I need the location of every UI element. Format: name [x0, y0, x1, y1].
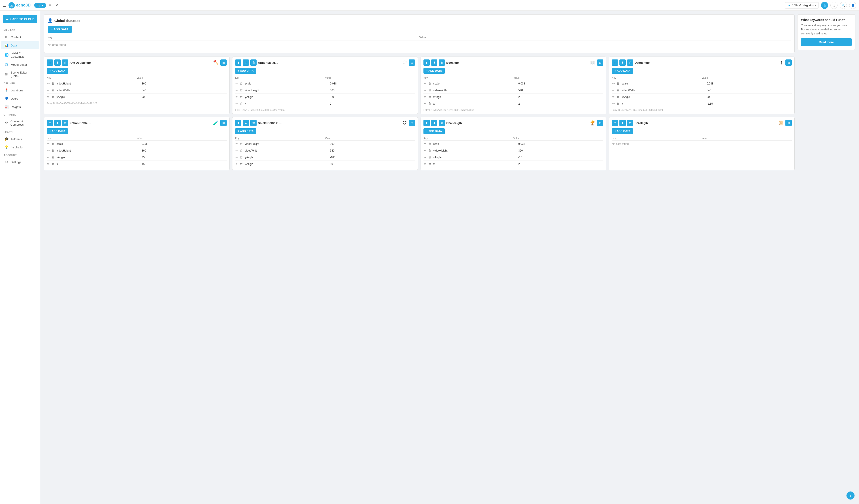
card-add-data-button[interactable]: + ADD DATA — [423, 128, 445, 134]
sidebar-item-sceneeditor[interactable]: ⊞ Scene Editor (Beta) — [1, 69, 39, 80]
row-delete-button[interactable]: 🗑 — [428, 88, 432, 92]
row-edit-button[interactable]: ✏ — [423, 81, 427, 85]
row-delete-button[interactable]: 🗑 — [51, 162, 55, 166]
sidebar-item-webar[interactable]: 🌐 WebAR Customizer — [1, 50, 39, 60]
sidebar-item-modeleditor[interactable]: 🧊 Model Editor — [1, 61, 39, 68]
search-icon-button[interactable]: 🔍 — [840, 2, 847, 9]
row-delete-button[interactable]: 🗑 — [239, 95, 243, 99]
card-upload-button[interactable]: ⬆ — [235, 60, 241, 66]
read-more-button[interactable]: Read more — [801, 38, 852, 46]
row-delete-button[interactable]: 🗑 — [239, 88, 243, 92]
card-delete-button[interactable]: 🗑 — [439, 60, 445, 66]
row-edit-button[interactable]: ✏ — [612, 101, 615, 106]
row-delete-button[interactable]: 🗑 — [239, 101, 243, 106]
row-edit-button[interactable]: ✏ — [47, 142, 50, 146]
close-icon-btn[interactable]: ✕ — [54, 2, 59, 8]
sidebar-item-convert[interactable]: ⚙ Convert & Compress — [1, 117, 39, 128]
card-download-button[interactable]: ⬇ — [243, 60, 249, 66]
sidebar-item-data[interactable]: 📊 Data — [1, 41, 39, 49]
row-edit-button[interactable]: ✏ — [47, 95, 50, 99]
card-delete-button[interactable]: 🗑 — [627, 60, 633, 66]
row-edit-button[interactable]: ✏ — [235, 148, 239, 153]
card-list-button[interactable]: ⊞ — [785, 120, 792, 126]
card-download-button[interactable]: ⬇ — [243, 120, 249, 126]
row-delete-button[interactable]: 🗑 — [616, 88, 620, 92]
sidebar-item-tutorials[interactable]: 🎓 Tutorials — [1, 135, 39, 143]
row-delete-button[interactable]: 🗑 — [239, 142, 243, 146]
card-delete-button[interactable]: 🗑 — [627, 120, 633, 126]
row-edit-button[interactable]: ✏ — [423, 162, 427, 166]
info-icon-button[interactable]: ℹ — [830, 2, 838, 9]
row-edit-button[interactable]: ✏ — [47, 162, 50, 166]
user-icon-button[interactable]: 👤 — [849, 2, 856, 9]
row-edit-button[interactable]: ✏ — [612, 88, 615, 92]
card-list-button[interactable]: ⊞ — [409, 60, 415, 66]
card-download-button[interactable]: ⬇ — [54, 60, 61, 66]
row-delete-button[interactable]: 🗑 — [428, 155, 432, 159]
sidebar-item-settings[interactable]: ⚙ Settings — [1, 158, 39, 166]
global-add-data-button[interactable]: + ADD DATA — [48, 26, 72, 33]
row-edit-button[interactable]: ✏ — [612, 81, 615, 85]
sidebar-item-content[interactable]: ✏ Content — [1, 33, 39, 41]
card-delete-button[interactable]: 🗑 — [250, 120, 257, 126]
row-edit-button[interactable]: ✏ — [612, 95, 615, 99]
row-delete-button[interactable]: 🗑 — [428, 162, 432, 166]
row-edit-button[interactable]: ✏ — [47, 148, 50, 153]
card-delete-button[interactable]: 🗑 — [439, 120, 445, 126]
sidebar-item-locations[interactable]: 📍 Locations — [1, 86, 39, 94]
sdk-integrations-button[interactable]: ☁ SDKs & Integrations — [785, 2, 819, 9]
card-upload-button[interactable]: ⬆ — [47, 120, 53, 126]
row-edit-button[interactable]: ✏ — [47, 155, 50, 159]
card-upload-button[interactable]: ⬆ — [47, 60, 53, 66]
card-download-button[interactable]: ⬇ — [619, 60, 626, 66]
row-edit-button[interactable]: ✏ — [423, 148, 427, 153]
card-upload-button[interactable]: ⬆ — [612, 60, 618, 66]
card-delete-button[interactable]: 🗑 — [62, 120, 68, 126]
row-edit-button[interactable]: ✏ — [423, 88, 427, 92]
card-download-button[interactable]: ⬇ — [431, 60, 437, 66]
row-delete-button[interactable]: 🗑 — [51, 95, 55, 99]
card-list-button[interactable]: ⊞ — [597, 120, 603, 126]
card-list-button[interactable]: ⊞ — [597, 60, 603, 66]
row-delete-button[interactable]: 🗑 — [51, 142, 55, 146]
card-upload-button[interactable]: ⬆ — [612, 120, 618, 126]
row-edit-button[interactable]: ✏ — [423, 101, 427, 106]
row-edit-button[interactable]: ✏ — [235, 142, 239, 146]
row-edit-button[interactable]: ✏ — [235, 95, 239, 99]
row-delete-button[interactable]: 🗑 — [616, 101, 620, 106]
row-edit-button[interactable]: ✏ — [47, 88, 50, 92]
card-add-data-button[interactable]: + ADD DATA — [47, 128, 68, 134]
card-download-button[interactable]: ⬇ — [431, 120, 437, 126]
card-add-data-button[interactable]: + ADD DATA — [423, 68, 445, 74]
card-list-button[interactable]: ⊞ — [785, 60, 792, 66]
card-add-data-button[interactable]: + ADD DATA — [47, 68, 68, 74]
row-edit-button[interactable]: ✏ — [423, 95, 427, 99]
card-download-button[interactable]: ⬇ — [619, 120, 626, 126]
row-edit-button[interactable]: ✏ — [235, 88, 239, 92]
sidebar-item-inspiration[interactable]: 💡 Inspiration — [1, 143, 39, 151]
row-delete-button[interactable]: 🗑 — [51, 81, 55, 85]
row-edit-button[interactable]: ✏ — [423, 155, 427, 159]
row-edit-button[interactable]: ✏ — [235, 81, 239, 85]
sidebar-item-insights[interactable]: 📈 Insights — [1, 103, 39, 111]
row-edit-button[interactable]: ✏ — [235, 101, 239, 106]
sidebar-item-users[interactable]: 👤 Users — [1, 95, 39, 103]
row-delete-button[interactable]: 🗑 — [51, 88, 55, 92]
edit-icon-btn[interactable]: ✏ — [48, 2, 52, 8]
hamburger-icon[interactable]: ☰ — [3, 3, 6, 8]
row-delete-button[interactable]: 🗑 — [239, 155, 243, 159]
droplet-icon-button[interactable]: 💧 — [821, 2, 828, 9]
row-delete-button[interactable]: 🗑 — [239, 148, 243, 153]
row-delete-button[interactable]: 🗑 — [51, 148, 55, 153]
row-delete-button[interactable]: 🗑 — [428, 148, 432, 153]
card-list-button[interactable]: ⊞ — [220, 120, 227, 126]
card-delete-button[interactable]: 🗑 — [250, 60, 257, 66]
add-to-cloud-button[interactable]: ☁ + ADD TO CLOUD — [3, 15, 37, 23]
row-delete-button[interactable]: 🗑 — [616, 95, 620, 99]
card-list-button[interactable]: ⊞ — [220, 60, 227, 66]
card-list-button[interactable]: ⊞ — [409, 120, 415, 126]
card-add-data-button[interactable]: + ADD DATA — [235, 128, 256, 134]
card-add-data-button[interactable]: + ADD DATA — [612, 128, 633, 134]
help-float-button[interactable]: ? — [846, 491, 855, 500]
card-delete-button[interactable]: 🗑 — [62, 60, 68, 66]
